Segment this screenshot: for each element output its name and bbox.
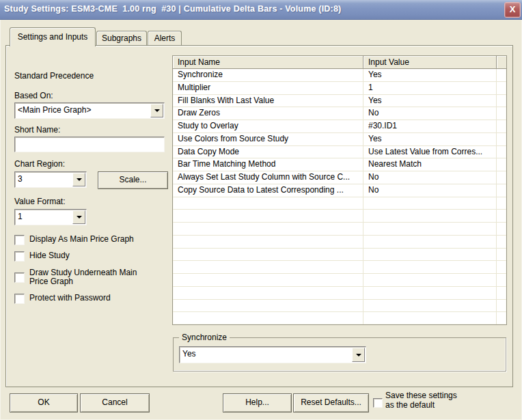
table-row-empty[interactable]	[173, 249, 506, 262]
input-name-cell: Data Copy Mode	[173, 146, 363, 158]
table-row[interactable]: Use Colors from Source StudyYes	[173, 133, 506, 146]
tab-alerts[interactable]: Alerts	[148, 31, 182, 46]
input-value-cell	[363, 287, 497, 299]
title-bar[interactable]: Study Settings: ESM3-CME 1.00 rng #30 | …	[0, 0, 522, 20]
table-row[interactable]: Copy Source Data to Latest Corresponding…	[173, 184, 506, 197]
column-header-input-value: Input Value	[363, 56, 497, 68]
table-row[interactable]: Draw ZerosNo	[173, 107, 506, 120]
checkbox-label: Draw Study Underneath Main Price Graph	[29, 268, 137, 286]
spacer-cell	[497, 171, 506, 184]
input-name-cell	[173, 223, 363, 235]
short-name-label: Short Name:	[14, 125, 60, 135]
input-value-cell: Use Latest Value from Corres...	[363, 146, 497, 158]
chevron-down-icon[interactable]	[352, 348, 365, 362]
input-value-cell: Nearest Match	[363, 158, 497, 171]
table-row[interactable]: Fill Blanks With Last ValueYes	[173, 95, 506, 108]
based-on-value: <Main Price Graph>	[18, 105, 150, 115]
input-name-cell: Multiplier	[173, 82, 363, 94]
inputs-table-header: Input Name Input Value	[173, 56, 506, 69]
table-row[interactable]: Bar Time Matching MethodNearest Match	[173, 158, 506, 171]
input-value-cell: 1	[363, 82, 497, 94]
reset-defaults-button[interactable]: Reset Defaults...	[293, 393, 369, 412]
cancel-button[interactable]: Cancel	[80, 393, 150, 412]
study-settings-dialog: Study Settings: ESM3-CME 1.00 rng #30 | …	[0, 0, 522, 420]
input-value-cell	[363, 210, 497, 222]
table-row-empty[interactable]	[173, 300, 506, 313]
table-row-empty[interactable]	[173, 287, 506, 300]
input-name-cell	[173, 287, 363, 299]
checkbox-icon	[373, 398, 383, 408]
input-name-cell	[173, 197, 363, 210]
inputs-table-body: SynchronizeYesMultiplier1Fill Blanks Wit…	[173, 69, 506, 325]
input-value-cell: No	[363, 184, 497, 197]
spacer-cell	[497, 197, 506, 210]
input-value-cell	[363, 197, 497, 210]
spacer-cell	[497, 236, 506, 248]
spacer-cell	[497, 249, 506, 261]
chevron-down-icon[interactable]	[150, 104, 163, 117]
table-row[interactable]: Study to Overlay#30.ID1	[173, 120, 506, 133]
table-row-empty[interactable]	[173, 261, 506, 274]
spacer-cell	[497, 312, 506, 324]
scale-button[interactable]: Scale...	[98, 171, 168, 189]
input-name-cell: Copy Source Data to Latest Corresponding…	[173, 184, 363, 197]
table-row-empty[interactable]	[173, 274, 506, 287]
table-row-empty[interactable]	[173, 210, 506, 223]
spacer-cell	[497, 69, 506, 81]
input-value-cell	[363, 274, 497, 286]
input-value-cell: Yes	[363, 69, 497, 81]
checkbox-save-as-default[interactable]	[373, 398, 383, 408]
synchronize-group: Synchronize Yes	[173, 337, 506, 372]
column-header-input-name: Input Name	[173, 56, 363, 68]
table-row-empty[interactable]	[173, 236, 506, 249]
checkbox-label: Protect with Password	[29, 294, 111, 303]
checkbox-display-as-main-price-graph[interactable]: Display As Main Price Graph	[14, 235, 161, 245]
table-row[interactable]: Multiplier1	[173, 82, 506, 95]
table-row-empty[interactable]	[173, 312, 506, 325]
table-row[interactable]: SynchronizeYes	[173, 69, 506, 82]
help-button[interactable]: Help...	[223, 393, 292, 412]
spacer-cell	[497, 223, 506, 235]
checkbox-draw-study-underneath[interactable]: Draw Study Underneath Main Price Graph	[14, 268, 151, 286]
input-name-cell	[173, 249, 363, 261]
chart-region-value: 3	[18, 174, 72, 184]
input-value-cell	[363, 312, 497, 324]
value-format-combobox[interactable]: 1	[14, 209, 87, 225]
short-name-input[interactable]	[14, 137, 165, 152]
chart-region-label: Chart Region:	[14, 159, 65, 169]
ok-button[interactable]: OK	[10, 393, 78, 412]
checkbox-icon	[14, 294, 25, 304]
synchronize-value: Yes	[182, 349, 352, 359]
synchronize-combobox[interactable]: Yes	[179, 346, 366, 363]
checkbox-protect-with-password[interactable]: Protect with Password	[14, 294, 161, 304]
spacer-cell	[497, 133, 506, 145]
spacer-cell	[497, 274, 506, 286]
input-name-cell	[173, 274, 363, 286]
input-value-cell	[363, 249, 497, 261]
based-on-label: Based On:	[14, 91, 53, 100]
checkbox-label: Display As Main Price Graph	[29, 235, 134, 244]
based-on-combobox[interactable]: <Main Price Graph>	[14, 102, 165, 119]
input-value-cell: Yes	[363, 133, 497, 145]
close-icon[interactable]: X	[504, 2, 521, 18]
checkbox-hide-study[interactable]: Hide Study	[14, 251, 161, 262]
input-name-cell: Bar Time Matching Method	[173, 158, 363, 171]
spacer-cell	[497, 120, 506, 132]
table-row[interactable]: Data Copy ModeUse Latest Value from Corr…	[173, 146, 506, 159]
tab-subgraphs[interactable]: Subgraphs	[96, 31, 147, 46]
table-row-empty[interactable]	[173, 223, 506, 236]
save-as-default-label: Save these settings as the default	[385, 391, 457, 410]
chevron-down-icon[interactable]	[72, 173, 85, 186]
chevron-down-icon[interactable]	[72, 210, 85, 224]
tab-settings-and-inputs[interactable]: Settings and Inputs	[10, 27, 96, 46]
spacer-cell	[497, 107, 506, 120]
table-row-empty[interactable]	[173, 197, 506, 210]
input-value-cell	[363, 300, 497, 312]
spacer-cell	[497, 82, 506, 94]
spacer-cell	[497, 287, 506, 299]
chart-region-combobox[interactable]: 3	[14, 171, 87, 188]
spacer-cell	[497, 158, 506, 171]
input-name-cell	[173, 210, 363, 222]
table-row[interactable]: Always Set Last Study Column with Source…	[173, 171, 506, 184]
spacer-cell	[497, 210, 506, 222]
